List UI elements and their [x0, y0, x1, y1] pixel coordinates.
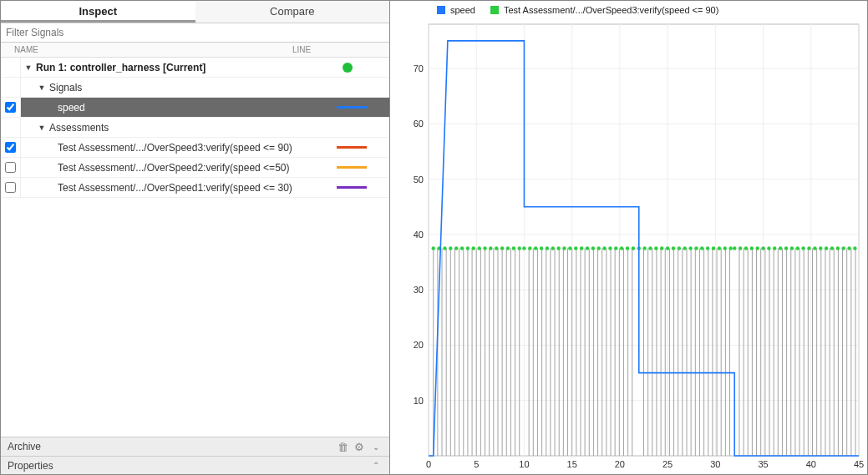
svg-point-137	[472, 246, 475, 250]
assessment-label: Test Assessment/.../OverSpeed2:verify(sp…	[58, 162, 289, 174]
svg-point-139	[483, 246, 486, 250]
svg-text:30: 30	[710, 459, 720, 469]
group-label: Assessments	[49, 122, 109, 134]
group-signals[interactable]: ▼ Signals	[1, 78, 389, 98]
svg-point-153	[562, 246, 566, 250]
svg-text:60: 60	[414, 119, 424, 129]
status-pass-icon	[343, 63, 353, 73]
svg-point-185	[744, 246, 748, 250]
svg-point-190	[773, 246, 776, 250]
chart-legend: speed Test Assessment/.../OverSpeed3:ver…	[390, 1, 867, 19]
svg-point-135	[460, 246, 464, 250]
legend-swatch	[437, 6, 445, 14]
svg-point-184	[739, 246, 742, 250]
svg-point-162	[614, 246, 617, 250]
archive-section[interactable]: Archive 🗑 ⚙ ⌄	[1, 437, 389, 456]
svg-point-195	[801, 246, 805, 250]
svg-point-136	[466, 246, 470, 250]
line-swatch	[337, 186, 367, 189]
caret-down-icon[interactable]: ▼	[24, 63, 33, 72]
svg-point-188	[761, 246, 764, 250]
assessment-label: Test Assessment/.../OverSpeed1:verify(sp…	[58, 182, 292, 194]
svg-text:10: 10	[414, 396, 424, 406]
legend-label: speed	[450, 5, 475, 15]
svg-point-149	[540, 246, 543, 250]
svg-point-177	[700, 246, 703, 250]
tab-inspect[interactable]: Inspect	[1, 1, 195, 23]
signal-tree[interactable]: ▼ Run 1: controller_harness [Current] ▼ …	[1, 58, 389, 437]
trash-icon[interactable]: 🗑	[336, 441, 349, 453]
run-checkcell	[1, 58, 21, 77]
svg-point-171	[666, 246, 669, 250]
svg-point-133	[449, 246, 452, 250]
caret-down-icon[interactable]: ▼	[38, 83, 46, 92]
svg-point-178	[706, 246, 709, 250]
svg-point-175	[688, 246, 692, 250]
group-label: Signals	[49, 82, 82, 93]
tab-compare[interactable]: Compare	[195, 1, 390, 23]
tab-bar: Inspect Compare	[1, 1, 389, 23]
svg-point-172	[672, 246, 675, 250]
svg-text:70: 70	[414, 63, 424, 73]
run-row[interactable]: ▼ Run 1: controller_harness [Current]	[1, 58, 389, 78]
assessment-row[interactable]: Test Assessment/.../OverSpeed2:verify(sp…	[1, 158, 389, 178]
svg-point-170	[660, 246, 663, 250]
svg-point-130	[432, 246, 435, 250]
speed-checkbox[interactable]	[5, 102, 16, 113]
svg-text:40: 40	[414, 230, 424, 240]
svg-point-142	[500, 246, 504, 250]
svg-point-148	[534, 246, 537, 250]
chart-plot[interactable]: 05101520253035404510203040506070	[390, 19, 867, 474]
svg-text:20: 20	[414, 340, 424, 350]
line-swatch	[337, 166, 367, 169]
chart-svg: 05101520253035404510203040506070	[390, 19, 867, 474]
run-label: Run 1: controller_harness [Current]	[36, 62, 206, 73]
svg-point-194	[796, 246, 799, 250]
svg-text:25: 25	[662, 459, 673, 469]
svg-point-164	[626, 246, 629, 250]
signal-label: speed	[58, 102, 85, 114]
svg-point-157	[586, 246, 589, 250]
svg-point-199	[825, 246, 828, 250]
svg-point-167	[642, 246, 646, 250]
svg-point-158	[591, 246, 595, 250]
properties-section[interactable]: Properties ⌃	[1, 456, 389, 474]
legend-label: Test Assessment/.../OverSpeed3:verify(sp…	[504, 5, 718, 15]
assessment-label: Test Assessment/.../OverSpeed3:verify(sp…	[58, 142, 292, 154]
svg-point-169	[654, 246, 657, 250]
svg-point-182	[728, 246, 732, 250]
line-swatch	[337, 106, 367, 109]
signal-speed[interactable]: speed	[1, 98, 389, 118]
svg-point-165	[632, 246, 635, 250]
assessment-checkbox[interactable]	[5, 182, 16, 193]
group-assessments[interactable]: ▼ Assessments	[1, 118, 389, 138]
svg-text:35: 35	[758, 459, 768, 469]
svg-point-138	[477, 246, 480, 250]
chevron-down-icon[interactable]: ⌄	[369, 442, 383, 452]
svg-point-143	[506, 246, 510, 250]
svg-point-198	[819, 246, 822, 250]
svg-text:20: 20	[615, 459, 625, 469]
svg-point-189	[767, 246, 770, 250]
archive-label: Archive	[8, 441, 41, 452]
gear-icon[interactable]: ⚙	[353, 441, 366, 453]
caret-down-icon[interactable]: ▼	[38, 124, 46, 132]
svg-text:50: 50	[414, 174, 424, 184]
inspect-panel: Inspect Compare NAME LINE ▼ Run 1: contr…	[1, 1, 390, 474]
svg-point-173	[678, 246, 681, 250]
col-name: NAME	[1, 45, 289, 54]
app-root: Inspect Compare NAME LINE ▼ Run 1: contr…	[0, 0, 868, 475]
svg-point-191	[779, 246, 782, 250]
assessment-checkbox[interactable]	[5, 142, 16, 153]
chevron-up-icon[interactable]: ⌃	[369, 461, 383, 470]
svg-point-192	[784, 246, 788, 250]
assessment-checkbox[interactable]	[5, 162, 16, 173]
filter-signals-input[interactable]	[1, 23, 389, 42]
line-swatch	[337, 146, 367, 149]
svg-point-160	[602, 246, 606, 250]
chart-panel: speed Test Assessment/.../OverSpeed3:ver…	[390, 1, 867, 474]
svg-point-156	[580, 246, 583, 250]
assessment-row[interactable]: Test Assessment/.../OverSpeed1:verify(sp…	[1, 178, 389, 198]
svg-point-141	[495, 246, 498, 250]
assessment-row[interactable]: Test Assessment/.../OverSpeed3:verify(sp…	[1, 138, 389, 158]
